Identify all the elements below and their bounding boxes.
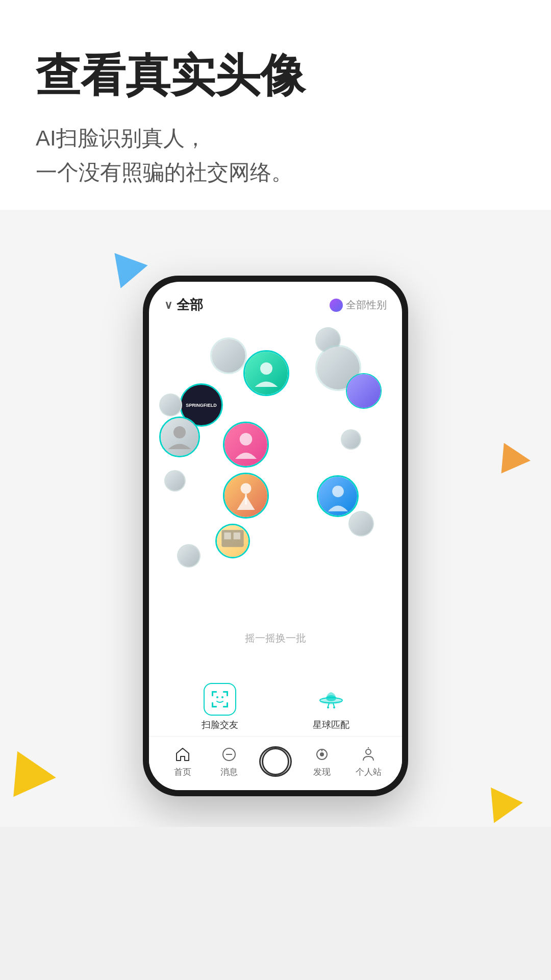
topbar-right[interactable]: 全部性别	[330, 298, 387, 312]
svg-point-2	[173, 426, 186, 438]
user-bubble-3[interactable]	[243, 350, 289, 396]
avatar-10	[161, 418, 198, 456]
user-bubble-13[interactable]	[348, 511, 374, 536]
nav-home-label: 首页	[174, 766, 191, 778]
nav-discover[interactable]: 发现	[299, 745, 345, 778]
user-bubble-9[interactable]	[341, 429, 361, 450]
svg-point-31	[366, 749, 371, 754]
triangle-orange-decoration	[501, 443, 532, 476]
scan-face-button[interactable]: 扫脸交友	[202, 683, 238, 731]
nav-home[interactable]: 首页	[159, 745, 206, 778]
user-bubble-15[interactable]	[215, 524, 250, 558]
bottom-nav: 首页 消息	[149, 736, 402, 790]
message-icon	[219, 745, 239, 764]
nav-profile[interactable]: 个人站	[345, 745, 392, 778]
profile-icon	[359, 745, 378, 764]
user-bubble-8[interactable]	[223, 422, 269, 468]
phone-outer: ∨ 全部 全部性别	[143, 276, 408, 796]
user-bubble-1[interactable]	[210, 337, 247, 374]
svg-point-24	[327, 706, 329, 708]
avatar-16	[178, 545, 199, 567]
gender-label: 全部性别	[346, 298, 387, 312]
shake-hint: 摇一摇换一批	[149, 631, 402, 645]
avatar-15	[217, 525, 248, 557]
main-title: 查看真实头像	[36, 51, 515, 101]
gender-icon	[330, 299, 343, 312]
phone-inner: ∨ 全部 全部性别	[149, 282, 402, 790]
nav-message[interactable]: 消息	[206, 745, 252, 778]
avatar-13	[349, 512, 373, 535]
svg-rect-8	[234, 532, 240, 539]
scan-face-icon	[204, 683, 236, 716]
svg-rect-14	[212, 702, 213, 707]
nav-camera[interactable]	[252, 746, 298, 777]
topbar-left[interactable]: ∨ 全部	[164, 296, 203, 314]
camera-center-inner	[262, 748, 289, 775]
planet-match-icon	[315, 683, 347, 716]
avatar-14	[165, 471, 185, 491]
user-bubble-14[interactable]	[164, 470, 186, 492]
home-icon	[173, 745, 192, 764]
phone-topbar: ∨ 全部 全部性别	[149, 282, 402, 322]
svg-point-1	[240, 433, 253, 446]
svg-point-21	[326, 695, 336, 701]
avatar-12	[318, 477, 357, 516]
avatar-1	[212, 339, 245, 373]
svg-point-18	[221, 696, 223, 698]
triangle-yellow-right-decoration	[491, 785, 524, 823]
discover-icon	[312, 745, 332, 764]
bubble-area: SPRINGFIELD	[149, 322, 402, 676]
svg-point-29	[320, 753, 323, 756]
subtitle: AI扫脸识别真人， 一个没有照骗的社交网络。	[36, 121, 515, 189]
avatar-9	[342, 430, 360, 449]
phone-mockup: ∨ 全部 全部性别	[143, 276, 408, 796]
bottom-section	[0, 827, 551, 980]
svg-rect-7	[224, 532, 231, 539]
svg-rect-16	[227, 702, 228, 707]
user-bubble-12[interactable]	[317, 475, 359, 517]
header-section: 查看真实头像 AI扫脸识别真人， 一个没有照骗的社交网络。	[0, 0, 551, 210]
nav-message-label: 消息	[220, 766, 238, 778]
avatar-5: SPRINGFIELD	[183, 387, 219, 423]
user-bubble-16[interactable]	[177, 544, 201, 568]
user-bubble-7[interactable]	[346, 373, 382, 409]
user-bubble-6[interactable]	[159, 394, 182, 416]
subtitle-line1: AI扫脸识别真人，	[36, 126, 206, 150]
planet-match-button[interactable]: 星球匹配	[313, 683, 349, 731]
svg-point-25	[333, 706, 335, 708]
scan-face-label: 扫脸交友	[202, 719, 238, 731]
avatar-6	[160, 395, 181, 415]
user-bubble-11[interactable]	[223, 473, 269, 519]
page-container: 查看真实头像 AI扫脸识别真人， 一个没有照骗的社交网络。 ∨ 全部	[0, 0, 551, 980]
planet-match-label: 星球匹配	[313, 719, 349, 731]
avatar-7	[347, 374, 381, 408]
user-bubble-10[interactable]	[159, 416, 200, 457]
camera-center-button[interactable]	[259, 746, 292, 777]
avatar-3	[245, 352, 288, 395]
feature-buttons: 扫脸交友	[149, 676, 402, 736]
svg-point-17	[216, 696, 218, 698]
subtitle-line2: 一个没有照骗的社交网络。	[36, 160, 293, 184]
nav-profile-label: 个人站	[356, 766, 382, 778]
svg-point-0	[260, 362, 272, 375]
nav-discover-label: 发现	[313, 766, 331, 778]
svg-point-5	[332, 485, 344, 497]
filter-label: 全部	[177, 296, 203, 314]
avatar-8	[224, 423, 267, 466]
svg-rect-10	[212, 691, 213, 696]
triangle-yellow-left-decoration	[13, 751, 58, 801]
svg-rect-12	[227, 691, 228, 696]
phone-screen: ∨ 全部 全部性别	[149, 282, 402, 790]
svg-point-3	[241, 483, 252, 494]
chevron-down-icon: ∨	[164, 299, 172, 312]
avatar-11	[224, 474, 267, 517]
